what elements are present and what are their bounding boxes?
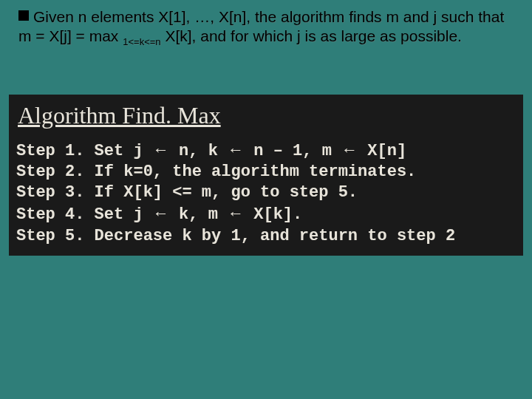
- step-5: Step 5. Decrease k by 1, and return to s…: [16, 226, 516, 247]
- step1-b: n, k: [169, 142, 228, 160]
- step-2: Step 2. If k=0, the algorithm terminates…: [16, 162, 516, 183]
- intro-subscript: 1<=k<=n: [123, 36, 160, 47]
- algorithm-title: Algorithm Find. Max: [18, 102, 516, 129]
- step1-d: X[n]: [358, 142, 406, 160]
- step-4: Step 4. Set j ← k, m ← X[k].: [16, 203, 516, 225]
- step4-b: k, m: [169, 205, 228, 224]
- arrow-icon: ←: [228, 140, 244, 159]
- bullet-icon: [18, 10, 29, 21]
- step4-c: X[k].: [244, 205, 302, 224]
- step1-a: Step 1. Set j: [16, 142, 153, 160]
- arrow-icon: ←: [341, 140, 358, 159]
- step-3: Step 3. If X[k] <= m, go to step 5.: [16, 183, 516, 203]
- arrow-icon: ←: [153, 140, 169, 159]
- step1-c: n – 1, m: [244, 142, 341, 160]
- intro-paragraph: Given n elements X[1], …, X[n], the algo…: [18, 7, 517, 49]
- intro-text-part2: X[k], and for which j is as large as pos…: [161, 27, 462, 44]
- slide: Given n elements X[1], …, X[n], the algo…: [0, 0, 532, 399]
- algorithm-panel: Algorithm Find. Max Step 1. Set j ← n, k…: [9, 95, 523, 256]
- step4-a: Step 4. Set j: [16, 205, 153, 224]
- step-1: Step 1. Set j ← n, k ← n – 1, m ← X[n]: [16, 140, 516, 162]
- arrow-icon: ←: [228, 204, 244, 222]
- arrow-icon: ←: [153, 204, 169, 222]
- algorithm-steps: Step 1. Set j ← n, k ← n – 1, m ← X[n] S…: [16, 140, 516, 247]
